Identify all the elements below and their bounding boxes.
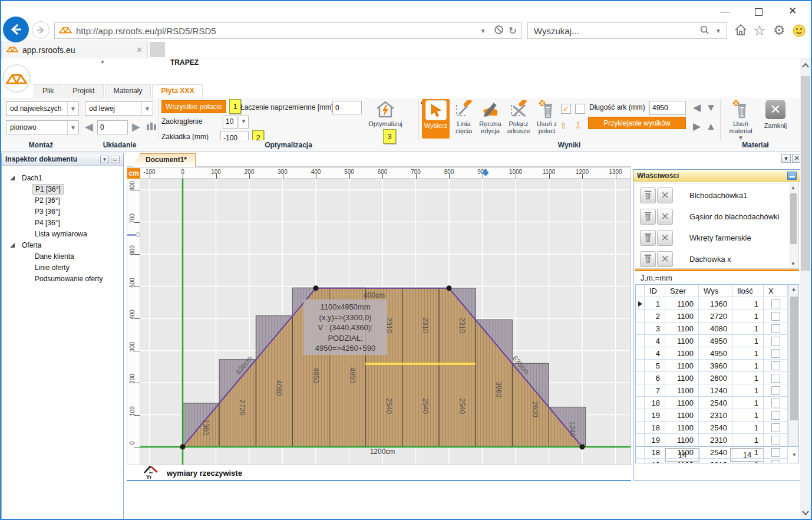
address-bar[interactable]: http://app.rsroofs.eu/pl/RSD5/RSD5 ▼ ↻ bbox=[54, 22, 522, 39]
forward-button[interactable] bbox=[32, 21, 49, 39]
row-checkbox[interactable] bbox=[764, 397, 788, 409]
close-button[interactable]: ✕ bbox=[779, 4, 806, 19]
alternate-input[interactable] bbox=[332, 101, 362, 114]
search-icon[interactable] bbox=[699, 25, 710, 37]
table-cell[interactable]: 6 bbox=[645, 372, 665, 384]
table-cell[interactable]: 7 bbox=[645, 384, 665, 396]
nudge-down-arrow-icon[interactable]: ▼ bbox=[706, 101, 716, 114]
rounding-dropdown[interactable]: ▼ bbox=[239, 116, 249, 129]
table-cell[interactable] bbox=[636, 434, 645, 446]
close-material-button[interactable]: ✕ Zamknij bbox=[760, 99, 791, 129]
delete-material-trash-icon[interactable] bbox=[640, 209, 656, 225]
row-checkbox[interactable] bbox=[764, 434, 788, 446]
tree-item-podsumowanie-oferty[interactable]: Podsumowanie oferty bbox=[32, 273, 105, 284]
row-checkbox[interactable] bbox=[764, 298, 788, 310]
cut-line-button[interactable]: Linia cięcia bbox=[451, 99, 476, 134]
materials-scrollbar[interactable]: ▲ ▼ bbox=[789, 184, 798, 268]
table-cell[interactable] bbox=[636, 347, 645, 359]
table-cell[interactable]: 1 bbox=[732, 347, 764, 359]
table-cell[interactable]: 5 bbox=[645, 360, 665, 371]
table-cell[interactable]: 1 bbox=[732, 459, 764, 463]
settings-gear-icon[interactable]: ⚙ bbox=[773, 22, 785, 38]
nudge-right-arrow-icon[interactable]: ▶ bbox=[693, 120, 701, 133]
favorites-star-icon[interactable]: ☆ bbox=[753, 22, 766, 39]
browser-tab[interactable]: app.rsroofs.eu ✕ bbox=[1, 41, 148, 58]
table-cell[interactable] bbox=[636, 446, 645, 458]
table-cell[interactable]: 1 bbox=[732, 322, 764, 334]
checkbox-unchecked-icon[interactable] bbox=[575, 104, 585, 114]
table-cell[interactable]: 4950 bbox=[699, 335, 732, 347]
table-cell[interactable]: 1 bbox=[645, 298, 665, 310]
tab-close-icon[interactable]: ✕ bbox=[136, 45, 143, 54]
table-cell[interactable]: 18 bbox=[645, 397, 665, 409]
table-cell[interactable]: 4080 bbox=[699, 322, 732, 334]
table-cell[interactable]: 1100 bbox=[665, 422, 699, 433]
checkbox-checked-icon[interactable]: ✓ bbox=[561, 104, 571, 114]
table-cell[interactable]: 4 bbox=[645, 347, 665, 359]
tree-item-p2-36-[interactable]: P2 [36°] bbox=[32, 195, 62, 206]
rounding-value[interactable]: 10 bbox=[223, 116, 238, 129]
mount-orientation-select[interactable]: pionowo▼ bbox=[6, 120, 79, 134]
table-cell[interactable]: 1 bbox=[732, 422, 764, 433]
manual-edit-button[interactable]: Ręczna edycja bbox=[477, 99, 503, 134]
scrollbar-thumb[interactable] bbox=[801, 76, 810, 271]
table-cell[interactable] bbox=[636, 322, 645, 334]
join-sheets-button[interactable]: Połącz arkusze bbox=[504, 99, 533, 134]
row-checkbox[interactable] bbox=[764, 360, 788, 371]
doc-dropdown-icon[interactable]: ▼ bbox=[781, 154, 791, 163]
table-cell[interactable]: 1100 bbox=[665, 310, 699, 322]
mount-order-select[interactable]: od najwiekszych▼ bbox=[6, 101, 79, 116]
ribbon-tab-projekt[interactable]: Projekt bbox=[64, 84, 103, 98]
row-checkbox[interactable] bbox=[764, 322, 788, 334]
row-checkbox[interactable] bbox=[764, 310, 788, 322]
row-checkbox[interactable] bbox=[764, 422, 788, 433]
remove-material-x-icon[interactable]: ✕ bbox=[657, 187, 673, 203]
tree-item-dane-klienta[interactable]: Dane klienta bbox=[32, 251, 77, 262]
tree-item-oferta[interactable]: Oferta bbox=[10, 239, 44, 251]
table-cell[interactable]: 1 bbox=[732, 434, 764, 446]
table-cell[interactable]: 2540 bbox=[699, 422, 732, 433]
table-cell[interactable]: 1100 bbox=[665, 372, 699, 384]
layout-from-select[interactable]: od lewej▼ bbox=[85, 101, 153, 116]
table-cell[interactable]: 2 bbox=[645, 310, 665, 322]
table-cell[interactable]: 19 bbox=[645, 459, 665, 463]
table-cell[interactable]: 3960 bbox=[699, 360, 732, 371]
table-cell[interactable]: 1 bbox=[732, 360, 764, 371]
optimize-button[interactable]: Optymalizuj bbox=[367, 99, 404, 127]
table-cell[interactable]: 2600 bbox=[699, 372, 732, 384]
delete-material-trash-icon[interactable] bbox=[640, 187, 656, 203]
row-checkbox[interactable] bbox=[764, 459, 788, 463]
table-cell[interactable]: 1100 bbox=[665, 335, 699, 347]
remove-from-slope-button[interactable]: Usuń z połaci bbox=[534, 99, 560, 134]
table-cell[interactable]: 1 bbox=[732, 409, 764, 421]
table-cell[interactable]: 18 bbox=[645, 422, 665, 433]
scroll-down-icon[interactable]: ▼ bbox=[792, 452, 797, 458]
table-cell[interactable]: 1100 bbox=[665, 347, 699, 359]
tree-item-lista-wymiarowa[interactable]: Lista wymiarowa bbox=[32, 228, 90, 239]
table-cell[interactable]: 1240 bbox=[699, 384, 732, 396]
table-cell[interactable]: 1100 bbox=[665, 409, 699, 421]
offset-input[interactable] bbox=[97, 120, 128, 134]
table-cell[interactable] bbox=[636, 459, 645, 463]
table-cell[interactable]: 1100 bbox=[665, 434, 699, 446]
table-cell[interactable]: 1 bbox=[732, 446, 764, 458]
inspector-dropdown-icon[interactable]: ▼ bbox=[100, 156, 109, 163]
row-checkbox[interactable] bbox=[764, 335, 788, 347]
table-cell[interactable]: 18 bbox=[645, 446, 665, 458]
table-cell[interactable]: 2540 bbox=[699, 397, 732, 409]
table-cell[interactable] bbox=[636, 397, 645, 409]
nudge-left-arrow-icon[interactable]: ◀ bbox=[693, 101, 701, 114]
table-cell[interactable] bbox=[636, 384, 645, 396]
table-cell[interactable]: 2310 bbox=[699, 459, 732, 463]
delete-material-trash-icon[interactable] bbox=[640, 251, 656, 267]
table-cell[interactable]: 1100 bbox=[665, 459, 699, 463]
columns-bars-icon[interactable] bbox=[146, 121, 157, 134]
tree-item-p4-36-[interactable]: P4 [36°] bbox=[32, 217, 62, 228]
row-checkbox[interactable] bbox=[764, 409, 788, 421]
all-slopes-button[interactable]: Wszystkie połacie bbox=[161, 100, 226, 113]
back-button[interactable] bbox=[3, 17, 29, 42]
table-cell[interactable]: 19 bbox=[645, 409, 665, 421]
table-cell[interactable] bbox=[636, 372, 645, 384]
scroll-down-icon[interactable]: ▼ bbox=[791, 261, 796, 266]
table-cell[interactable]: 4 bbox=[645, 335, 665, 347]
